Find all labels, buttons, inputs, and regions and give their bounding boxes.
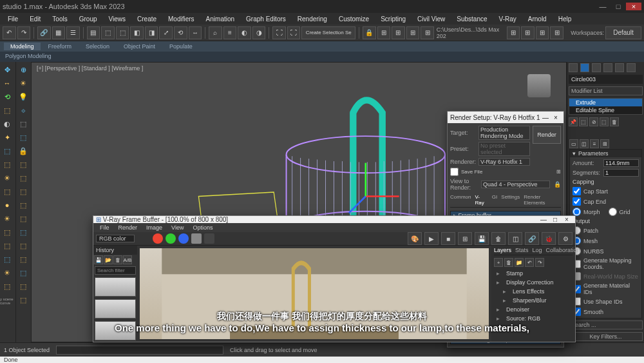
misc16-icon[interactable]: ⬚ [16,293,30,306]
utilities-tab-icon[interactable] [627,63,636,72]
segments-spinner[interactable]: 1 [603,169,639,177]
unlink-button[interactable]: ▦ [52,26,66,39]
link-button[interactable]: 🔗 [37,26,51,39]
rtab-re[interactable]: Render Elements [524,194,561,206]
vfb-menu-view[interactable]: View [167,223,187,232]
layer-lens-effects[interactable]: Lens Effects [494,288,573,295]
close-button[interactable]: × [626,3,641,10]
layer-denoiser[interactable]: Denoiser [494,306,573,313]
create-selection-set-dropdown[interactable]: Create Selection Se [301,26,355,39]
menu-grapheditors[interactable]: Graph Editors [241,14,291,24]
vfb-compare-button[interactable]: ◫ [508,232,522,245]
select-cross-button[interactable]: ◧ [130,26,144,39]
layer-source[interactable]: Source: RGB [494,315,573,322]
vfb-close[interactable]: × [561,216,573,223]
camera-icon[interactable]: ⟐ [16,104,30,117]
amount-spinner[interactable]: 114.9mm [603,159,639,167]
select-button[interactable]: ▤ [87,26,100,39]
menu-arnold[interactable]: Arnold [523,14,552,24]
angle-snap-button[interactable]: ≡ [223,26,237,39]
vfb-save-button[interactable]: 💾 [475,232,489,245]
hist-save[interactable]: 💾 [94,255,103,264]
vfb-ipr-button[interactable]: ▶ [424,232,439,245]
make-unique-button[interactable]: ⊘ [589,117,598,126]
render-button[interactable]: ⊞ [521,26,535,39]
misc12-icon[interactable]: ⬚ [16,239,30,252]
menu-create[interactable]: Create [132,14,162,24]
vfb-min[interactable]: — [538,216,549,223]
menu-tools[interactable]: Tools [47,14,72,24]
menu-modifiers[interactable]: Modifiers [163,14,200,24]
percent-snap-button[interactable]: ◐ [238,26,251,39]
vfb-b-button[interactable] [178,233,189,244]
cap-end-check[interactable] [573,197,581,206]
move-gizmo-icon[interactable]: ✥ [0,63,14,76]
vfb-r-button[interactable] [153,233,163,244]
workspace-dropdown[interactable]: Default [605,26,641,39]
light-icon[interactable]: ☀ [0,172,14,184]
preset-dropdown[interactable]: No preset selected [478,142,530,156]
hist-del[interactable]: 🗑 [113,255,122,264]
history-thumb-3[interactable] [95,321,136,340]
snap-button[interactable]: ⌕ [209,26,222,39]
vfb-menu-render[interactable]: Render [115,223,142,232]
ribbon-tab-selection[interactable]: Selection [79,43,116,50]
render-setup-button[interactable]: ⊞ [507,26,520,39]
misc-icon[interactable]: ⬚ [0,226,14,239]
modifier-editable-spline[interactable]: Editable Spline [569,106,642,114]
misc8-icon[interactable]: ⬚ [16,185,30,198]
ribbon-tab-modeling[interactable]: Modeling [4,43,41,50]
view-icon-1[interactable]: ▭ [569,139,578,148]
space-icon[interactable]: ⬚ [16,131,30,144]
select-window-button[interactable]: ⬚ [116,26,129,39]
misc7-icon[interactable]: ⬚ [16,172,30,184]
vfb-render-button[interactable]: 🎨 [408,232,422,245]
view-icon-2[interactable]: ◫ [580,139,589,148]
hist-ab[interactable]: A/B [123,255,132,264]
menu-substance[interactable]: Substance [451,14,492,24]
layer-stamp[interactable]: Stamp [494,270,573,277]
cap-grid-radio[interactable] [609,208,617,216]
ribbon-tab-populate[interactable]: Populate [163,43,199,50]
misc4-icon[interactable]: ☀ [0,266,14,279]
create-icon[interactable]: ⊕ [16,63,30,76]
display-tab-icon[interactable] [615,63,624,72]
vfb-mono-button[interactable] [204,233,214,244]
render-last-button[interactable]: ⊞ [536,26,549,39]
vfb-stop-button[interactable]: ■ [441,232,455,245]
menu-rendering[interactable]: Rendering [292,14,332,24]
curve-editor-button[interactable]: ⊞ [406,26,420,39]
target-dropdown[interactable]: Production Rendering Mode [478,126,530,140]
star-icon[interactable]: ✦ [0,131,14,144]
rtab-vray[interactable]: V-Ray [475,194,488,206]
layer-del[interactable]: 🗑 [504,258,513,267]
bind-button[interactable]: ☰ [66,26,80,39]
vfb-tab-log[interactable]: Log [533,247,542,253]
rtab-settings[interactable]: Settings [501,194,520,206]
vfb-debug-button[interactable]: 🐞 [542,232,556,245]
toggle-ribbon-button[interactable]: ⊞ [392,26,405,39]
modify-tab-icon[interactable] [580,63,589,72]
modifier-stack[interactable]: Extrude Editable Spline [569,98,643,115]
vfb-channel-dropdown[interactable]: RGB color [96,235,135,242]
view-dropdown[interactable]: Quad 4 - Perspective [481,181,550,188]
motion-tab-icon[interactable] [603,63,612,72]
spinner-snap-button[interactable]: ◑ [252,26,266,39]
save-file-check[interactable] [450,168,459,176]
view-icon-4[interactable]: ⊞ [600,139,609,148]
align-button[interactable]: 🔒 [363,26,376,39]
box-icon[interactable]: ⬚ [0,144,14,157]
vfb-max[interactable]: □ [549,216,561,223]
ribbon-tab-objectpaint[interactable]: Object Paint [117,43,162,50]
renderer-dropdown[interactable]: V-Ray 6 Hotfix 1 [478,158,530,166]
menu-edit[interactable]: Edit [24,14,46,24]
menu-help[interactable]: Help [553,14,577,24]
pin-stack-button[interactable]: 📌 [569,117,578,126]
geom-icon[interactable]: ⬚ [0,185,14,198]
rs-min-button[interactable]: — [540,114,551,121]
hierarchy-tab-icon[interactable] [592,63,601,72]
maximize-button[interactable]: □ [611,3,626,10]
maxscript-listener[interactable]: Done [0,357,644,363]
vfb-menu-file[interactable]: File [96,223,113,232]
view-icon-3[interactable]: ≡ [590,139,599,148]
